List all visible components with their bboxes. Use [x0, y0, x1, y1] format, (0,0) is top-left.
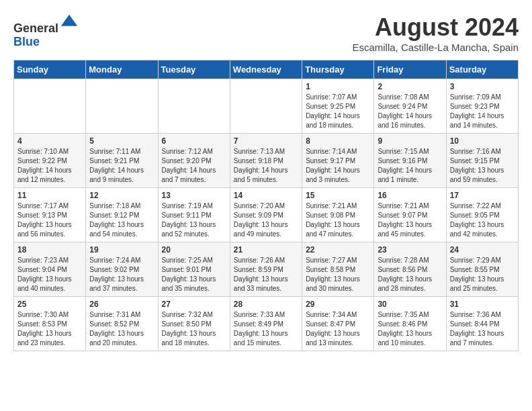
calendar-cell: 22Sunrise: 7:27 AM Sunset: 8:58 PM Dayli…	[302, 242, 374, 297]
day-info: Sunrise: 7:17 AM Sunset: 9:13 PM Dayligh…	[17, 201, 82, 239]
logo-icon	[60, 13, 79, 32]
day-info: Sunrise: 7:16 AM Sunset: 9:15 PM Dayligh…	[450, 147, 515, 185]
calendar-cell: 4Sunrise: 7:10 AM Sunset: 9:22 PM Daylig…	[14, 134, 86, 188]
day-number: 25	[17, 300, 82, 309]
day-info: Sunrise: 7:20 AM Sunset: 9:09 PM Dayligh…	[234, 201, 298, 239]
weekday-header-tuesday: Tuesday	[158, 60, 230, 79]
calendar-cell: 26Sunrise: 7:31 AM Sunset: 8:52 PM Dayli…	[86, 297, 158, 351]
day-number: 8	[306, 136, 370, 146]
calendar-cell: 11Sunrise: 7:17 AM Sunset: 9:13 PM Dayli…	[14, 188, 86, 242]
day-info: Sunrise: 7:30 AM Sunset: 8:53 PM Dayligh…	[17, 310, 82, 348]
calendar-cell	[86, 79, 158, 134]
day-number: 26	[89, 300, 154, 309]
weekday-header-sunday: Sunday	[14, 60, 86, 79]
day-number: 11	[17, 191, 82, 200]
day-number: 13	[162, 191, 226, 200]
calendar-cell: 21Sunrise: 7:26 AM Sunset: 8:59 PM Dayli…	[230, 242, 302, 297]
day-number: 2	[378, 82, 442, 91]
day-info: Sunrise: 7:32 AM Sunset: 8:50 PM Dayligh…	[162, 310, 226, 348]
day-number: 30	[378, 300, 442, 309]
calendar-cell: 10Sunrise: 7:16 AM Sunset: 9:15 PM Dayli…	[446, 134, 518, 188]
day-number: 3	[450, 82, 515, 91]
location-subtitle: Escamilla, Castille-La Mancha, Spain	[352, 42, 519, 53]
day-info: Sunrise: 7:31 AM Sunset: 8:52 PM Dayligh…	[89, 310, 154, 348]
calendar-cell: 20Sunrise: 7:25 AM Sunset: 9:01 PM Dayli…	[158, 242, 230, 297]
calendar-cell: 16Sunrise: 7:21 AM Sunset: 9:07 PM Dayli…	[374, 188, 446, 242]
calendar-cell: 6Sunrise: 7:12 AM Sunset: 9:20 PM Daylig…	[158, 134, 230, 188]
day-info: Sunrise: 7:14 AM Sunset: 9:17 PM Dayligh…	[306, 147, 370, 185]
day-number: 22	[306, 245, 370, 255]
day-number: 10	[450, 136, 515, 146]
day-number: 23	[378, 245, 442, 255]
day-number: 7	[234, 136, 298, 146]
calendar-cell: 2Sunrise: 7:08 AM Sunset: 9:24 PM Daylig…	[374, 79, 446, 134]
calendar-cell: 24Sunrise: 7:29 AM Sunset: 8:55 PM Dayli…	[446, 242, 518, 297]
day-number: 29	[306, 300, 370, 309]
day-info: Sunrise: 7:24 AM Sunset: 9:02 PM Dayligh…	[89, 256, 154, 293]
day-info: Sunrise: 7:19 AM Sunset: 9:11 PM Dayligh…	[162, 201, 226, 239]
day-number: 14	[234, 191, 298, 200]
month-title: August 2024	[352, 13, 519, 42]
day-number: 27	[162, 300, 226, 309]
calendar-cell: 25Sunrise: 7:30 AM Sunset: 8:53 PM Dayli…	[14, 297, 86, 351]
day-info: Sunrise: 7:33 AM Sunset: 8:49 PM Dayligh…	[234, 310, 298, 348]
calendar-cell: 5Sunrise: 7:11 AM Sunset: 9:21 PM Daylig…	[86, 134, 158, 188]
week-row-4: 18Sunrise: 7:23 AM Sunset: 9:04 PM Dayli…	[14, 242, 519, 297]
day-number: 24	[450, 245, 515, 255]
day-info: Sunrise: 7:08 AM Sunset: 9:24 PM Dayligh…	[378, 93, 442, 130]
day-number: 9	[378, 136, 442, 146]
calendar-cell: 23Sunrise: 7:28 AM Sunset: 8:56 PM Dayli…	[374, 242, 446, 297]
calendar-cell: 7Sunrise: 7:13 AM Sunset: 9:18 PM Daylig…	[230, 134, 302, 188]
weekday-header-thursday: Thursday	[302, 60, 374, 79]
day-number: 21	[234, 245, 298, 255]
header: General Blue August 2024 Escamilla, Cast…	[13, 13, 519, 53]
day-number: 28	[234, 300, 298, 309]
calendar-cell: 14Sunrise: 7:20 AM Sunset: 9:09 PM Dayli…	[230, 188, 302, 242]
day-info: Sunrise: 7:25 AM Sunset: 9:01 PM Dayligh…	[162, 256, 226, 293]
day-info: Sunrise: 7:34 AM Sunset: 8:47 PM Dayligh…	[306, 310, 370, 348]
day-number: 17	[450, 191, 515, 200]
calendar-cell: 1Sunrise: 7:07 AM Sunset: 9:25 PM Daylig…	[302, 79, 374, 134]
week-row-5: 25Sunrise: 7:30 AM Sunset: 8:53 PM Dayli…	[14, 297, 519, 351]
logo: General Blue	[13, 13, 79, 49]
week-row-3: 11Sunrise: 7:17 AM Sunset: 9:13 PM Dayli…	[14, 188, 519, 242]
title-area: August 2024 Escamilla, Castille-La Manch…	[352, 13, 519, 53]
day-info: Sunrise: 7:28 AM Sunset: 8:56 PM Dayligh…	[378, 256, 442, 293]
day-info: Sunrise: 7:21 AM Sunset: 9:08 PM Dayligh…	[306, 201, 370, 239]
weekday-header-row: SundayMondayTuesdayWednesdayThursdayFrid…	[14, 60, 519, 79]
day-info: Sunrise: 7:21 AM Sunset: 9:07 PM Dayligh…	[378, 201, 442, 239]
day-number: 20	[162, 245, 226, 255]
svg-marker-0	[61, 15, 77, 26]
day-info: Sunrise: 7:29 AM Sunset: 8:55 PM Dayligh…	[450, 256, 515, 293]
weekday-header-wednesday: Wednesday	[230, 60, 302, 79]
day-info: Sunrise: 7:18 AM Sunset: 9:12 PM Dayligh…	[89, 201, 154, 239]
week-row-1: 1Sunrise: 7:07 AM Sunset: 9:25 PM Daylig…	[14, 79, 519, 134]
calendar-cell	[230, 79, 302, 134]
day-info: Sunrise: 7:10 AM Sunset: 9:22 PM Dayligh…	[17, 147, 82, 185]
day-info: Sunrise: 7:35 AM Sunset: 8:46 PM Dayligh…	[378, 310, 442, 348]
day-info: Sunrise: 7:13 AM Sunset: 9:18 PM Dayligh…	[234, 147, 298, 185]
day-number: 1	[306, 82, 370, 91]
day-info: Sunrise: 7:12 AM Sunset: 9:20 PM Dayligh…	[162, 147, 226, 185]
day-info: Sunrise: 7:26 AM Sunset: 8:59 PM Dayligh…	[234, 256, 298, 293]
calendar-cell: 8Sunrise: 7:14 AM Sunset: 9:17 PM Daylig…	[302, 134, 374, 188]
calendar-cell	[14, 79, 86, 134]
calendar-cell: 27Sunrise: 7:32 AM Sunset: 8:50 PM Dayli…	[158, 297, 230, 351]
day-info: Sunrise: 7:11 AM Sunset: 9:21 PM Dayligh…	[89, 147, 154, 185]
calendar-cell: 17Sunrise: 7:22 AM Sunset: 9:05 PM Dayli…	[446, 188, 518, 242]
calendar-cell: 18Sunrise: 7:23 AM Sunset: 9:04 PM Dayli…	[14, 242, 86, 297]
day-info: Sunrise: 7:36 AM Sunset: 8:44 PM Dayligh…	[450, 310, 515, 348]
calendar-cell: 13Sunrise: 7:19 AM Sunset: 9:11 PM Dayli…	[158, 188, 230, 242]
day-number: 6	[162, 136, 226, 146]
calendar-cell: 15Sunrise: 7:21 AM Sunset: 9:08 PM Dayli…	[302, 188, 374, 242]
calendar-cell: 30Sunrise: 7:35 AM Sunset: 8:46 PM Dayli…	[374, 297, 446, 351]
day-number: 18	[17, 245, 82, 255]
calendar-cell: 29Sunrise: 7:34 AM Sunset: 8:47 PM Dayli…	[302, 297, 374, 351]
day-info: Sunrise: 7:23 AM Sunset: 9:04 PM Dayligh…	[17, 256, 82, 293]
day-info: Sunrise: 7:22 AM Sunset: 9:05 PM Dayligh…	[450, 201, 515, 239]
calendar-cell: 31Sunrise: 7:36 AM Sunset: 8:44 PM Dayli…	[446, 297, 518, 351]
day-info: Sunrise: 7:27 AM Sunset: 8:58 PM Dayligh…	[306, 256, 370, 293]
day-number: 5	[89, 136, 154, 146]
weekday-header-monday: Monday	[86, 60, 158, 79]
day-number: 31	[450, 300, 515, 309]
